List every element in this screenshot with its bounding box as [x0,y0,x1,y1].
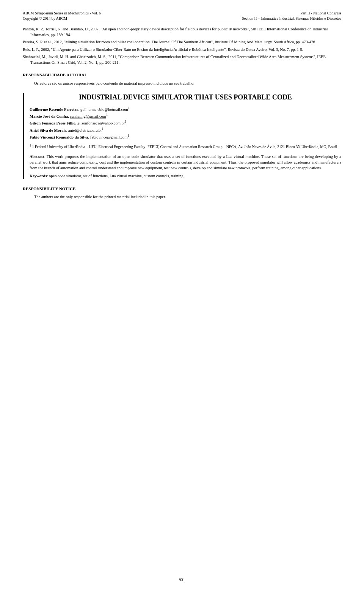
affiliation-sup: 1 [30,144,31,147]
responsibility-notice-heading: RESPONSIBILITY NOTICE [23,186,341,192]
references-block: Panton, R. P., Torrisi, N. and Brandão, … [23,26,341,65]
header-copyright: Copyright © 2014 by ABCM [23,16,101,21]
reference-pereira: Pereira, S. P. et al., 2012, "Mining sim… [23,39,341,45]
ref-pereira-text: Pereira, S. P. et al., 2012, "Mining sim… [23,40,316,44]
paper-title: INDUSTRIAL DEVICE SIMULATOR THAT USES PO… [30,93,341,102]
author-2-sup: 1 [106,113,108,117]
author-2-name: Marcio José da Cunha, [30,114,70,118]
author-3-name: Gilson Fonseca Peres Filho, [30,121,77,125]
responsabilidade-autoral-heading: RESPONSABILIDADE AUTORAL [23,72,341,78]
affiliation-block: 1 1 Federal University of Uberlândia – U… [30,143,341,150]
page-header: ABCM Symposium Series in Mechatronics - … [23,11,341,23]
author-3: Gilson Fonseca Peres Filho, gilsonfonsec… [30,120,341,126]
author-5: Fábio Vincenzi Romualdo da Silva, fabiov… [30,134,341,140]
responsabilidade-autoral-text: Os autores são os únicos responsáveis pe… [34,80,341,86]
responsibility-notice-section: RESPONSIBILITY NOTICE The authors are th… [23,186,341,200]
header-right: Part II - National Congress Section II –… [242,11,341,21]
responsibility-notice-text: The authors are the only responsible for… [34,194,341,200]
keywords-line: Keywords: open code simulator, set of fu… [30,173,341,179]
reference-reis: Reis, L. P., 2002, "Um Agente para Utili… [23,47,341,52]
abstract-body: This work proposes the implementation of… [30,154,341,170]
authors-block: Guilherme Resende Ferreira, guilherme.eb… [30,106,341,140]
author-4-sup: 1 [102,127,104,131]
author-1: Guilherme Resende Ferreira, guilherme.eb… [30,106,341,113]
responsabilidade-autoral-section: RESPONSABILIDADE AUTORAL Os autores são … [23,72,341,86]
author-5-name: Fábio Vincenzi Romualdo da Silva, [30,135,90,139]
page-number: 931 [0,578,364,582]
author-2: Marcio José da Cunha, cunhamjg@gmail.com… [30,113,341,120]
author-1-email[interactable]: guilherme.ebio@hotmail.com [80,107,128,111]
author-2-email[interactable]: cunhamjg@gmail.com [70,114,106,118]
author-5-email[interactable]: fabiovince@gmail.com [90,135,128,139]
author-1-sup: 1 [128,106,130,110]
ref-panton-text: Panton, R. P., Torrisi, N. and Brandão, … [23,27,328,37]
abstract-section: Abstract. This work proposes the impleme… [30,154,341,171]
author-4-email[interactable]: aniel@eletrica.ufu.br [68,128,102,132]
paper-box: INDUSTRIAL DEVICE SIMULATOR THAT USES PO… [23,93,341,179]
header-part: Part II - National Congress [242,11,341,16]
author-3-email[interactable]: gilsonfonseca@yahoo.com.br [77,121,125,125]
ref-reis-text: Reis, L. P., 2002, "Um Agente para Utili… [23,47,303,52]
author-4-name: Aniel Silva de Morais, [30,128,68,132]
keywords-label: Keywords [30,174,47,178]
author-4: Aniel Silva de Morais, aniel@eletrica.uf… [30,127,341,134]
author-5-sup: 1 [127,134,129,137]
header-series: ABCM Symposium Series in Mechatronics - … [23,11,101,16]
main-content: Panton, R. P., Torrisi, N. and Brandão, … [23,26,341,200]
author-3-sup: 1 [125,120,126,123]
reference-panton: Panton, R. P., Torrisi, N. and Brandão, … [23,26,341,38]
author-1-name: Guilherme Resende Ferreira, [30,107,80,111]
abstract-paragraph: Abstract. This work proposes the impleme… [30,154,341,171]
affiliation-text: 1 Federal University of Uberlândia – UFU… [32,145,337,149]
ref-shahraeini-text: Shahraeini, M., Javidi, M. H. and Ghaziz… [23,55,326,65]
reference-shahraeini: Shahraeini, M., Javidi, M. H. and Ghaziz… [23,54,341,65]
header-left: ABCM Symposium Series in Mechatronics - … [23,11,101,21]
abstract-label: Abstract [30,154,44,159]
header-section: Section II – Informática Industrial, Sis… [242,16,341,21]
keywords-values: open code simulator, set of functions, L… [49,174,183,178]
page: ABCM Symposium Series in Mechatronics - … [0,0,364,591]
